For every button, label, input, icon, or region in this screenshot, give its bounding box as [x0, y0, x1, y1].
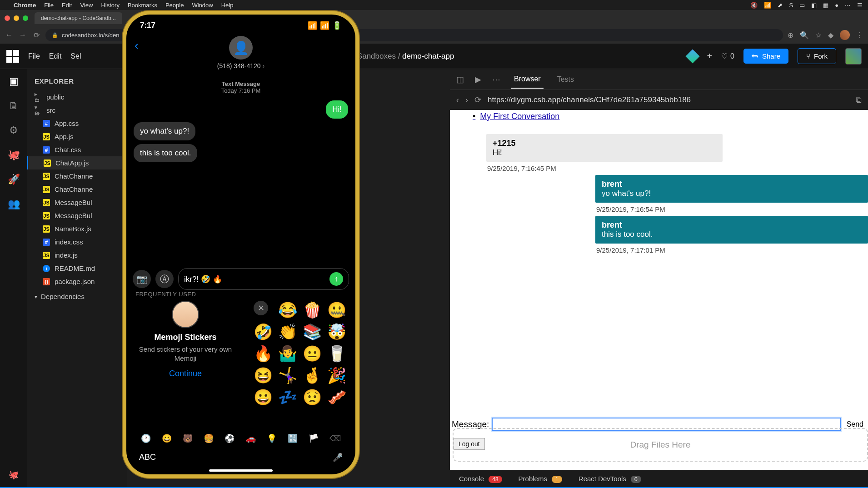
close-memoji-icon[interactable]: ✕	[254, 301, 268, 315]
zoom-icon[interactable]: 🔍	[800, 31, 809, 40]
contact-avatar-icon[interactable]: 👤	[229, 36, 253, 60]
objects-category-icon[interactable]: 💡	[267, 433, 277, 443]
tray-icon[interactable]: ▭	[799, 2, 805, 9]
problems-tab[interactable]: Problems 1	[519, 475, 562, 483]
preview-reload-icon[interactable]: ⟳	[474, 95, 481, 105]
github-footer-icon[interactable]: 🐙	[8, 469, 20, 481]
food-category-icon[interactable]: 🍔	[204, 433, 214, 443]
browser-tab[interactable]: demo-chat-app - CodeSandb...	[35, 12, 122, 24]
emoji-button[interactable]: 👏	[278, 323, 299, 341]
emoji-button[interactable]: 🤞	[303, 366, 324, 384]
more-icon[interactable]: ⋯	[492, 75, 500, 85]
home-indicator[interactable]	[209, 469, 273, 472]
menu-people[interactable]: People	[165, 2, 184, 9]
imessage-bubble[interactable]: Hi!	[326, 100, 348, 119]
profile-avatar[interactable]	[840, 30, 850, 40]
file-item[interactable]: JSChatApp.js	[27, 156, 127, 169]
github-icon[interactable]: 🐙	[8, 149, 20, 161]
emoji-button[interactable]: 😀	[254, 388, 274, 406]
bookmark-star-icon[interactable]: ☆	[815, 31, 822, 40]
play-icon[interactable]: ▶	[475, 75, 481, 85]
tray-more-icon[interactable]: ⋯	[845, 2, 851, 9]
tray-icon[interactable]: ●	[835, 2, 838, 9]
recent-category-icon[interactable]: 🕐	[141, 433, 151, 443]
emoji-button[interactable]: 📚	[303, 323, 324, 341]
live-icon[interactable]: 👥	[8, 198, 20, 210]
folder-src[interactable]: ▾ 🗁 src	[27, 104, 127, 117]
devtools-tab[interactable]: React DevTools 0	[579, 475, 641, 483]
travel-category-icon[interactable]: 🚗	[246, 433, 256, 443]
cs-menu-file[interactable]: File	[28, 52, 40, 60]
emoji-button[interactable]: 😂	[278, 301, 299, 319]
tray-icon[interactable]: ▦	[823, 2, 828, 9]
emoji-button[interactable]: 🍿	[303, 301, 324, 319]
conversation-link[interactable]: My First Conversation	[450, 110, 868, 125]
file-item[interactable]: JSindex.js	[27, 249, 127, 262]
logout-button[interactable]: Log out	[454, 438, 485, 450]
folder-public[interactable]: ▸ 🗀 public	[27, 90, 127, 104]
file-item[interactable]: JSChatChanne	[27, 169, 127, 183]
flags-category-icon[interactable]: 🏳️	[309, 433, 319, 443]
animals-category-icon[interactable]: 🐻	[183, 433, 193, 443]
reload-button[interactable]: ⟳	[32, 31, 41, 40]
activity-category-icon[interactable]: ⚽	[224, 433, 234, 443]
memoji-continue-button[interactable]: Continue	[135, 369, 235, 378]
file-item[interactable]: JSApp.js	[27, 130, 127, 143]
open-external-icon[interactable]: ⧉	[856, 95, 862, 105]
emoji-button[interactable]: 😐	[303, 344, 324, 363]
menu-file[interactable]: File	[44, 2, 54, 9]
emoji-button[interactable]: 🤸‍♀️	[278, 366, 299, 384]
console-tab[interactable]: Console 48	[459, 475, 502, 483]
file-item[interactable]: #App.css	[27, 117, 127, 130]
dependencies-section[interactable]: ▾ Dependencies	[27, 288, 127, 305]
likes-counter[interactable]: ♡ 0	[721, 52, 734, 60]
file-item[interactable]: JSNameBox.js	[27, 222, 127, 235]
file-dropzone[interactable]: Drag Files Here	[453, 428, 868, 462]
app-name[interactable]: Chrome	[14, 2, 36, 9]
menu-history[interactable]: History	[101, 2, 119, 9]
codesandbox-logo-icon[interactable]	[6, 50, 19, 63]
delete-icon[interactable]: ⌫	[329, 433, 341, 443]
tray-list-icon[interactable]: ☰	[857, 2, 863, 9]
file-item[interactable]: JSMessageBul	[27, 209, 127, 222]
back-chevron-icon[interactable]: ‹	[135, 39, 139, 53]
emoji-button[interactable]: 🤣	[254, 323, 274, 341]
emoji-button[interactable]: 😆	[254, 366, 274, 384]
emoji-button[interactable]: 🤐	[327, 301, 348, 319]
chrome-menu-icon[interactable]: ⋮	[856, 31, 863, 40]
file-item[interactable]: {}package.json	[27, 275, 127, 288]
file-item[interactable]: JSMessageBul	[27, 196, 127, 209]
deploy-icon[interactable]	[686, 49, 700, 63]
fork-button[interactable]: ⑂ Fork	[798, 48, 836, 64]
emoji-button[interactable]: 🤯	[327, 323, 348, 341]
camera-icon[interactable]: 📷	[133, 270, 151, 288]
emoji-button[interactable]: 🎉	[327, 366, 348, 384]
emoji-button[interactable]: 🥛	[327, 344, 348, 363]
add-button[interactable]: +	[707, 51, 712, 61]
wifi-icon[interactable]: 📶	[764, 2, 771, 9]
back-button[interactable]: ←	[5, 31, 14, 39]
file-item[interactable]: JSChatChanne	[27, 183, 127, 196]
maximize-window-button[interactable]	[23, 15, 28, 21]
breadcrumb-current[interactable]: demo-chat-app	[402, 52, 454, 60]
cs-menu-selection[interactable]: Sel	[70, 52, 81, 60]
mic-icon[interactable]: 🎤	[333, 453, 343, 463]
message-field[interactable]: ikr?! 🤣 🔥 ↑	[178, 268, 349, 290]
close-window-button[interactable]	[5, 15, 10, 21]
file-item[interactable]: #index.css	[27, 235, 127, 249]
menu-help[interactable]: Help	[221, 2, 234, 9]
minimize-window-button[interactable]	[14, 15, 19, 21]
explorer-icon[interactable]: ▣	[8, 75, 20, 87]
settings-icon[interactable]: ⚙	[8, 124, 20, 136]
deploy-rocket-icon[interactable]: 🚀	[8, 174, 20, 185]
tray-icon-s[interactable]: S	[789, 2, 793, 9]
smileys-category-icon[interactable]: 😀	[162, 433, 172, 443]
install-icon[interactable]: ⊕	[788, 31, 793, 40]
emoji-button[interactable]: 🤷‍♂️	[278, 344, 299, 363]
menu-edit[interactable]: Edit	[62, 2, 72, 9]
emoji-button[interactable]: 💤	[278, 388, 299, 406]
apps-icon[interactable]: Ⓐ	[155, 270, 174, 288]
imessage-bubble[interactable]: this is too cool.	[134, 144, 197, 162]
abc-button[interactable]: ABC	[139, 453, 156, 463]
symbols-category-icon[interactable]: 🔣	[288, 433, 298, 443]
